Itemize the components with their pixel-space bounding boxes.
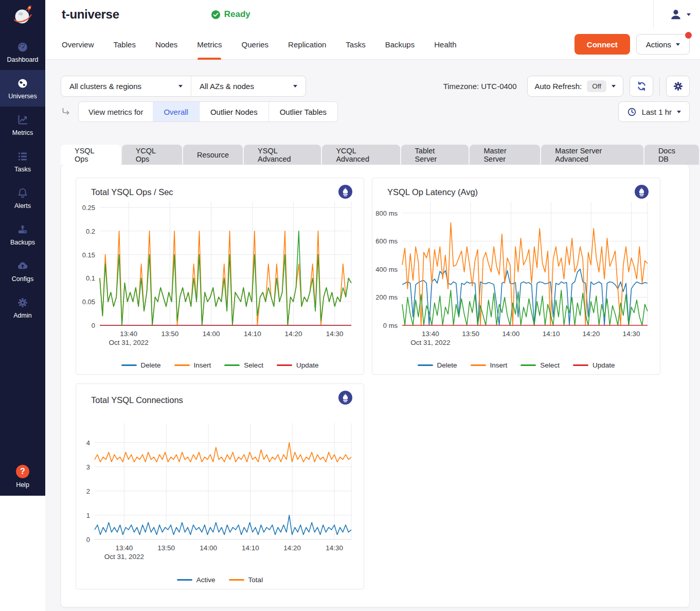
- prometheus-icon[interactable]: [338, 391, 352, 405]
- metric-tab-ysql-advanced[interactable]: YSQL Advanced: [244, 145, 321, 165]
- legend-item-delete[interactable]: Delete: [418, 361, 457, 369]
- metric-tab-resource[interactable]: Resource: [183, 145, 243, 165]
- time-range-select[interactable]: Last 1 hr: [618, 101, 690, 122]
- x-axis-tick: 14:00: [200, 544, 217, 552]
- view-option-outlier-nodes[interactable]: Outlier Nodes: [199, 102, 268, 121]
- legend-swatch: [520, 364, 536, 366]
- sidebar-item-tasks[interactable]: Tasks: [0, 143, 45, 180]
- legend-item-insert[interactable]: Insert: [471, 361, 508, 369]
- gear-icon: [673, 81, 684, 92]
- x-axis-tick: 14:30: [326, 330, 344, 338]
- sidebar-item-dashboard[interactable]: Dashboard: [0, 33, 45, 70]
- status-badge: Ready: [211, 9, 250, 20]
- sidebar-item-backups[interactable]: Backups: [0, 216, 45, 253]
- y-axis-tick: 0: [76, 536, 90, 544]
- y-axis-tick: 0.1: [76, 274, 95, 282]
- legend-item-update[interactable]: Update: [277, 361, 319, 369]
- user-menu[interactable]: [669, 8, 691, 21]
- legend-item-update[interactable]: Update: [573, 361, 615, 369]
- tab-nodes[interactable]: Nodes: [155, 29, 177, 60]
- metric-tab-ycql-ops[interactable]: YCQL Ops: [122, 145, 182, 165]
- y-axis-tick: 0: [76, 322, 95, 329]
- admin-icon: [16, 296, 29, 309]
- chart-plot: 00.050.10.150.20.2513:4013:5014:0014:101…: [76, 202, 365, 356]
- x-axis-date: Oct 31, 2022: [410, 339, 450, 346]
- tab-tasks[interactable]: Tasks: [346, 29, 365, 60]
- metric-tab-tablet-server[interactable]: Tablet Server: [401, 145, 469, 165]
- legend-item-total[interactable]: Total: [229, 576, 263, 584]
- legend-label: Insert: [490, 361, 508, 369]
- user-icon: [669, 8, 683, 21]
- connect-button[interactable]: Connect: [575, 34, 630, 55]
- y-axis-tick: 0.2: [76, 228, 95, 235]
- legend-label: Select: [540, 361, 560, 369]
- metric-tab-master-server-advanced[interactable]: Master Server Advanced: [541, 145, 643, 165]
- metric-tab-ycql-advanced[interactable]: YCQL Advanced: [322, 145, 400, 165]
- view-metrics-label: View metrics for: [79, 102, 153, 121]
- x-axis-tick: 14:20: [283, 544, 301, 552]
- chart-total-ysql-connections: Total YSQL Connections 0123413:4013:5014…: [76, 383, 364, 589]
- sidebar: DashboardUniversesMetricsTasksAlertsBack…: [0, 0, 45, 496]
- metric-tab-strip: YSQL OpsYCQL OpsResourceYSQL AdvancedYCQ…: [61, 145, 700, 165]
- x-axis-tick: 14:10: [244, 330, 261, 338]
- sidebar-item-universes[interactable]: Universes: [0, 70, 45, 107]
- sidebar-item-label: Backups: [10, 239, 35, 246]
- azs-select[interactable]: All AZs & nodes: [191, 76, 306, 96]
- sidebar-item-label: Alerts: [14, 202, 31, 210]
- y-axis-tick: 2: [76, 487, 90, 495]
- metrics-icon: [16, 114, 29, 126]
- prometheus-icon[interactable]: [635, 185, 649, 199]
- legend-item-delete[interactable]: Delete: [121, 361, 161, 369]
- legend-label: Active: [196, 576, 216, 584]
- page-title: t-universe: [62, 7, 119, 22]
- clusters-select[interactable]: All clusters & regions: [61, 76, 191, 96]
- sidebar-item-alerts[interactable]: Alerts: [0, 180, 45, 216]
- metric-tab-ysql-ops[interactable]: YSQL Ops: [61, 145, 121, 165]
- sidebar-item-admin[interactable]: Admin: [0, 289, 45, 326]
- chart-plot: 0 ms200 ms400 ms600 ms800 ms13:4013:5014…: [372, 202, 661, 356]
- y-axis-tick: 0.15: [76, 251, 95, 259]
- sidebar-nav: DashboardUniversesMetricsTasksAlertsBack…: [0, 33, 45, 326]
- sidebar-item-metrics[interactable]: Metrics: [0, 107, 45, 143]
- tab-overview[interactable]: Overview: [62, 29, 94, 60]
- x-axis-date: Oct 31, 2022: [104, 553, 144, 561]
- x-axis-tick: 13:40: [115, 544, 133, 552]
- legend-item-select[interactable]: Select: [224, 361, 263, 369]
- help-icon: ?: [16, 465, 29, 478]
- tab-backups[interactable]: Backups: [385, 29, 415, 60]
- tab-replication[interactable]: Replication: [288, 29, 326, 60]
- sidebar-item-configs[interactable]: Configs: [0, 253, 45, 289]
- legend-item-select[interactable]: Select: [520, 361, 560, 369]
- tab-metrics[interactable]: Metrics: [197, 29, 222, 60]
- tab-health[interactable]: Health: [434, 29, 456, 60]
- y-axis-tick: 800 ms: [372, 210, 398, 217]
- legend-label: Update: [296, 361, 319, 369]
- x-axis-tick: 13:50: [161, 330, 179, 338]
- actions-button[interactable]: Actions: [636, 34, 690, 55]
- universe-tabs: OverviewTablesNodesMetricsQueriesReplica…: [62, 29, 457, 60]
- tab-tables[interactable]: Tables: [114, 29, 136, 60]
- x-axis-tick: 14:10: [543, 330, 560, 338]
- metric-tab-docs-db[interactable]: Docs DB: [644, 145, 699, 165]
- backups-icon: [16, 223, 29, 236]
- yugabyte-logo-icon[interactable]: [9, 3, 36, 29]
- legend-item-insert[interactable]: Insert: [174, 361, 211, 369]
- view-option-outlier-tables[interactable]: Outlier Tables: [268, 102, 337, 121]
- legend-item-active[interactable]: Active: [177, 576, 216, 584]
- refresh-icon: [636, 81, 647, 92]
- metric-tab-master-server[interactable]: Master Server: [470, 145, 540, 165]
- tab-queries[interactable]: Queries: [242, 29, 269, 60]
- settings-button[interactable]: [666, 76, 690, 97]
- timezone-label: Timezone: UTC-0400: [443, 82, 517, 91]
- legend-swatch: [229, 579, 244, 581]
- auto-refresh-select[interactable]: Auto Refresh: Off: [527, 76, 623, 97]
- legend-label: Insert: [194, 361, 211, 369]
- view-option-overall[interactable]: Overall: [153, 102, 199, 121]
- sidebar-item-help[interactable]: ? Help: [0, 465, 45, 488]
- hook-arrow-icon: [61, 107, 71, 117]
- refresh-button[interactable]: [630, 76, 653, 97]
- chevron-down-icon: [612, 85, 616, 88]
- x-axis-tick: 13:40: [120, 330, 137, 338]
- prometheus-icon[interactable]: [338, 185, 352, 199]
- x-axis-tick: 14:20: [582, 330, 600, 338]
